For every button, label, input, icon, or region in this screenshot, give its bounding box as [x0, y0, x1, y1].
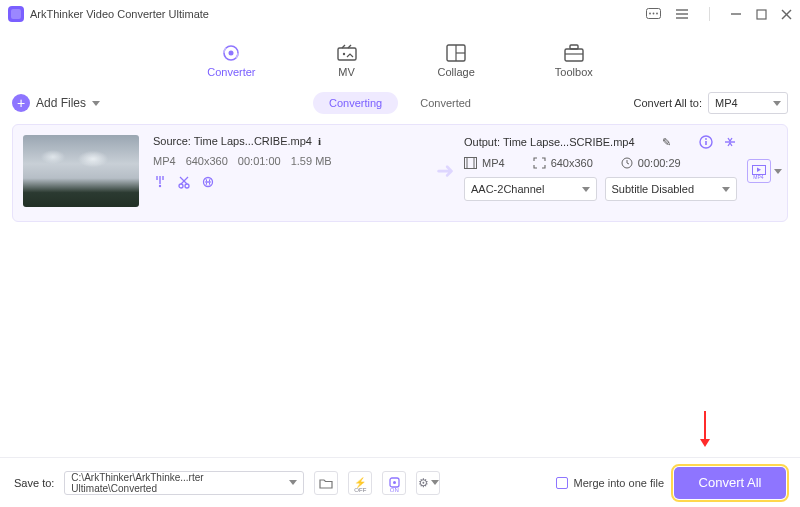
- trim-icon[interactable]: [153, 175, 167, 189]
- output-format: MP4: [482, 157, 505, 169]
- close-icon[interactable]: [781, 9, 792, 20]
- app-logo-icon: [8, 6, 24, 22]
- svg-rect-13: [338, 48, 356, 60]
- chevron-down-icon: [289, 480, 297, 485]
- status-segment: Converting Converted: [313, 92, 487, 114]
- segment-converted[interactable]: Converted: [404, 92, 487, 114]
- chevron-down-icon: [582, 187, 590, 192]
- convert-all-to: Convert All to: MP4: [634, 92, 788, 114]
- source-tools: [153, 175, 426, 189]
- toolbox-icon: [563, 44, 585, 62]
- audio-select-value: AAC-2Channel: [471, 183, 544, 195]
- output-profile: [751, 135, 777, 207]
- annotation-arrow-icon: [700, 411, 710, 447]
- tab-mv-label: MV: [338, 66, 355, 78]
- svg-point-23: [185, 184, 189, 188]
- tab-collage[interactable]: Collage: [438, 44, 475, 78]
- subtitle-select[interactable]: Subtitle Disabled: [605, 177, 738, 201]
- svg-point-3: [656, 12, 658, 14]
- convert-all-to-select[interactable]: MP4: [708, 92, 788, 114]
- source-size: 1.59 MB: [291, 155, 332, 167]
- clock-icon: [621, 157, 633, 169]
- svg-marker-37: [757, 168, 761, 173]
- add-files-button[interactable]: + Add Files: [12, 94, 100, 112]
- output-filename: Output: Time Lapse...SCRIBE.mp4: [464, 136, 635, 148]
- audio-select[interactable]: AAC-2Channel: [464, 177, 597, 201]
- chevron-down-icon[interactable]: [774, 169, 782, 174]
- source-format: MP4: [153, 155, 176, 167]
- svg-point-2: [653, 12, 655, 14]
- enhance-icon[interactable]: [201, 175, 215, 189]
- video-thumbnail[interactable]: [23, 135, 139, 207]
- toolbar: + Add Files Converting Converted Convert…: [12, 90, 788, 116]
- convert-all-to-label: Convert All to:: [634, 97, 702, 109]
- gpu-button[interactable]: ON: [382, 471, 406, 495]
- merge-checkbox[interactable]: Merge into one file: [556, 477, 665, 489]
- svg-rect-19: [570, 45, 578, 49]
- svg-point-30: [705, 138, 707, 140]
- source-filename: Source: Time Laps...CRIBE.mp4 i: [153, 135, 321, 147]
- tab-collage-label: Collage: [438, 66, 475, 78]
- svg-line-25: [180, 177, 187, 184]
- segment-converting[interactable]: Converting: [313, 92, 398, 114]
- svg-point-39: [393, 481, 396, 484]
- hw-accel-button[interactable]: ⚡OFF: [348, 471, 372, 495]
- tab-converter-label: Converter: [207, 66, 255, 78]
- edit-output-name-icon[interactable]: ✎: [662, 136, 671, 149]
- svg-rect-18: [565, 49, 583, 61]
- convert-all-button[interactable]: Convert All: [674, 467, 786, 499]
- chevron-down-icon: [773, 101, 781, 106]
- menu-icon[interactable]: [675, 8, 689, 20]
- output-profile-button[interactable]: [747, 159, 771, 183]
- feedback-icon[interactable]: [646, 8, 661, 21]
- app-title: ArkThinker Video Converter Ultimate: [30, 8, 209, 20]
- plus-icon: +: [12, 94, 30, 112]
- arrow-right-icon: ➜: [436, 158, 454, 184]
- svg-line-24: [181, 177, 188, 184]
- add-files-label: Add Files: [36, 96, 86, 110]
- chevron-down-icon: [92, 101, 100, 106]
- svg-rect-32: [465, 158, 477, 169]
- merge-label: Merge into one file: [574, 477, 665, 489]
- output-duration: 00:00:29: [638, 157, 681, 169]
- tab-toolbox[interactable]: Toolbox: [555, 44, 593, 78]
- converter-icon: [220, 44, 242, 62]
- format-icon: [464, 157, 477, 169]
- svg-point-22: [179, 184, 183, 188]
- subtitle-select-value: Subtitle Disabled: [612, 183, 695, 195]
- save-to-label: Save to:: [14, 477, 54, 489]
- output-meta: MP4 640x360 00:00:29: [464, 157, 737, 169]
- svg-point-21: [159, 185, 161, 187]
- settings-button[interactable]: ⚙: [416, 471, 440, 495]
- compress-icon[interactable]: [723, 135, 737, 149]
- maximize-icon[interactable]: [756, 9, 767, 20]
- svg-point-14: [342, 53, 344, 55]
- save-path-value: C:\ArkThinker\ArkThinke...rter Ultimate\…: [71, 472, 289, 494]
- cut-icon[interactable]: [177, 175, 191, 189]
- output-column: Output: Time Lapse...SCRIBE.mp4 ✎ MP4 64…: [464, 135, 737, 207]
- minimize-icon[interactable]: [730, 8, 742, 20]
- chevron-down-icon: [722, 187, 730, 192]
- resolution-icon: [533, 157, 546, 169]
- source-duration: 00:01:00: [238, 155, 281, 167]
- tab-mv[interactable]: MV: [336, 44, 358, 78]
- tab-toolbox-label: Toolbox: [555, 66, 593, 78]
- divider: [709, 7, 710, 21]
- mv-icon: [336, 44, 358, 62]
- svg-point-12: [229, 51, 234, 56]
- save-path-select[interactable]: C:\ArkThinker\ArkThinke...rter Ultimate\…: [64, 471, 304, 495]
- svg-point-1: [649, 12, 651, 14]
- source-column: Source: Time Laps...CRIBE.mp4 i MP4 640x…: [153, 135, 426, 207]
- checkbox-icon: [556, 477, 568, 489]
- file-card: Source: Time Laps...CRIBE.mp4 i MP4 640x…: [12, 124, 788, 222]
- tab-converter[interactable]: Converter: [207, 44, 255, 78]
- source-meta: MP4 640x360 00:01:00 1.59 MB: [153, 155, 426, 167]
- convert-all-to-value: MP4: [715, 97, 738, 109]
- open-folder-button[interactable]: [314, 471, 338, 495]
- output-resolution: 640x360: [551, 157, 593, 169]
- main-nav: Converter MV Collage Toolbox: [0, 28, 800, 84]
- collage-icon: [445, 44, 467, 62]
- source-resolution: 640x360: [186, 155, 228, 167]
- info-icon[interactable]: [699, 135, 713, 149]
- footer-bar: Save to: C:\ArkThinker\ArkThinke...rter …: [0, 457, 800, 507]
